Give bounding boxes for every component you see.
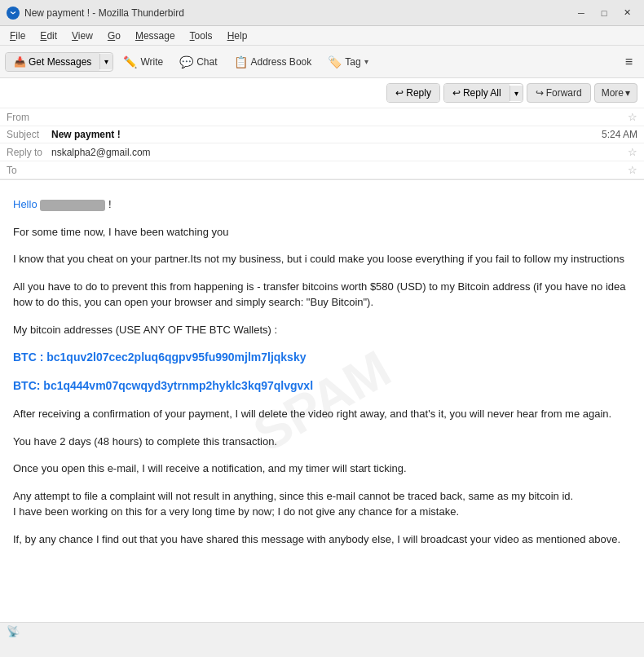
- address-book-button[interactable]: 📋 Address Book: [227, 52, 319, 72]
- reply-to-star-icon[interactable]: ☆: [628, 146, 637, 158]
- reply-to-label: Reply to: [7, 147, 51, 158]
- reply-split: ↩ Reply: [386, 83, 440, 103]
- close-button[interactable]: ✕: [616, 5, 637, 21]
- from-field: From ☆: [0, 108, 644, 126]
- menu-go[interactable]: Go: [101, 29, 127, 43]
- get-messages-split: 📥 Get Messages ▾: [5, 52, 113, 72]
- to-field: To ☆: [0, 161, 644, 179]
- subject-label: Subject: [7, 129, 51, 140]
- menu-help[interactable]: Help: [221, 29, 254, 43]
- email-actions-bar: ↩ Reply ↩ Reply All ▾ ↪ Forward More ▾: [0, 78, 644, 108]
- status-icon: 📡: [7, 625, 20, 637]
- paragraph-6: You have 2 days (48 hours) to complete t…: [13, 434, 631, 450]
- status-bar: 📡: [0, 622, 644, 640]
- minimize-button[interactable]: ─: [571, 5, 592, 21]
- paragraph-2: I know that you cheat on your partner.It…: [13, 251, 631, 267]
- forward-icon: ↪: [536, 87, 544, 99]
- to-label: To: [7, 165, 51, 176]
- tag-button[interactable]: 🏷️ Tag ▾: [321, 52, 371, 72]
- email-body: SPAM Hello ! For some time now, I have b…: [0, 180, 644, 622]
- title-bar: New payment ! - Mozilla Thunderbird ─ □ …: [0, 0, 644, 26]
- hamburger-menu[interactable]: ≡: [619, 51, 639, 73]
- menu-edit[interactable]: Edit: [33, 29, 64, 43]
- window-controls: ─ □ ✕: [571, 5, 637, 21]
- toolbar: 📥 Get Messages ▾ ✏️ Write 💬 Chat 📋 Addre…: [0, 46, 644, 78]
- reply-to-field: Reply to nskalpha2@gmail.com ☆: [0, 143, 644, 161]
- reply-button[interactable]: ↩ Reply: [387, 84, 439, 102]
- menu-view[interactable]: View: [65, 29, 99, 43]
- app-icon: [7, 7, 20, 20]
- menu-bar: File Edit View Go Message Tools Help: [0, 26, 644, 46]
- btc-address-2: BTC: bc1q444vm07qcwqyd3ytrnmp2hyklc3kq97…: [13, 377, 631, 395]
- get-messages-button[interactable]: 📥 Get Messages: [6, 53, 99, 71]
- paragraph-1: For some time now, I have been watching …: [13, 224, 631, 240]
- email-time: 5:24 AM: [602, 129, 637, 140]
- more-button[interactable]: More ▾: [594, 83, 637, 103]
- address-book-icon: 📋: [234, 55, 248, 68]
- menu-file[interactable]: File: [3, 29, 32, 43]
- tag-icon: 🏷️: [328, 55, 342, 68]
- write-icon: ✏️: [123, 55, 137, 68]
- btc-address-1: BTC : bc1quv2l07cec2pluq6qgpv95fu990mjlm…: [13, 349, 631, 366]
- tag-dropdown-arrow: ▾: [364, 57, 368, 66]
- chat-button[interactable]: 💬 Chat: [173, 52, 223, 72]
- svg-point-0: [10, 9, 17, 16]
- from-star-icon[interactable]: ☆: [628, 111, 637, 123]
- chat-icon: 💬: [179, 55, 193, 68]
- paragraph-8-9: Any attempt to file a complaint will not…: [13, 488, 631, 520]
- more-dropdown-arrow: ▾: [625, 87, 630, 99]
- menu-message[interactable]: Message: [129, 29, 182, 43]
- greeting-line: Hello !: [13, 196, 631, 213]
- paragraph-4: My bitcoin addresses (USE ANY OF THE BTC…: [13, 322, 631, 338]
- get-messages-icon: 📥: [14, 56, 26, 68]
- from-label: From: [7, 112, 51, 123]
- menu-tools[interactable]: Tools: [183, 29, 219, 43]
- subject-field: Subject New payment ! 5:24 AM: [0, 126, 644, 143]
- reply-all-split: ↩ Reply All ▾: [443, 83, 523, 103]
- reply-all-button[interactable]: ↩ Reply All: [444, 84, 509, 102]
- get-messages-dropdown[interactable]: ▾: [99, 54, 112, 69]
- reply-all-dropdown[interactable]: ▾: [509, 86, 523, 101]
- paragraph-3: All you have to do to prevent this from …: [13, 279, 631, 311]
- reply-icon: ↩: [395, 87, 404, 99]
- paragraph-10: If, by any chance I find out that you ha…: [13, 531, 631, 548]
- subject-value: New payment !: [51, 129, 602, 140]
- write-button[interactable]: ✏️ Write: [117, 52, 170, 72]
- email-header: ↩ Reply ↩ Reply All ▾ ↪ Forward More ▾ F…: [0, 78, 644, 180]
- recipient-name-redacted: [40, 200, 105, 211]
- forward-button[interactable]: ↪ Forward: [527, 83, 591, 103]
- paragraph-7: Once you open this e-mail, I will receiv…: [13, 461, 631, 477]
- reply-to-value: nskalpha2@gmail.com: [51, 147, 624, 158]
- to-star-icon[interactable]: ☆: [628, 164, 637, 176]
- paragraph-5: After receiving a confirmation of your p…: [13, 406, 631, 422]
- maximize-button[interactable]: □: [593, 5, 615, 21]
- reply-all-icon: ↩: [452, 87, 461, 99]
- window-title: New payment ! - Mozilla Thunderbird: [24, 7, 571, 19]
